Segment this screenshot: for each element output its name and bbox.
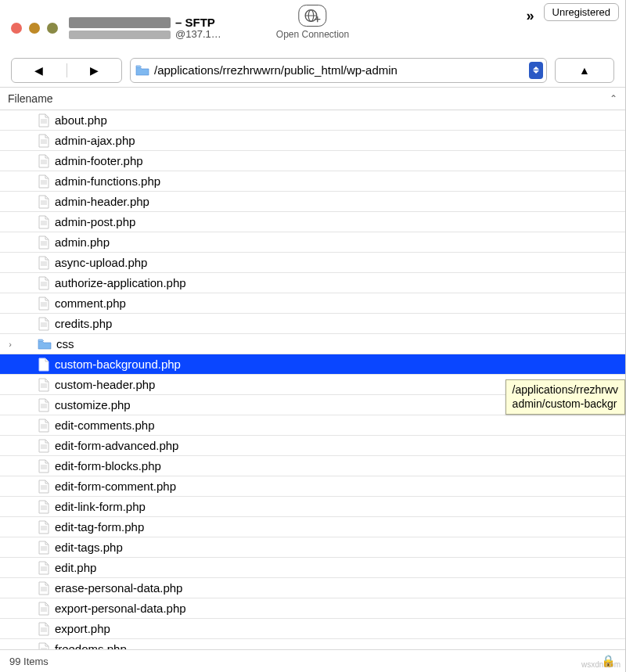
file-name: admin-post.php — [55, 215, 135, 228]
globe-plus-icon — [299, 5, 327, 27]
list-item[interactable]: edit-link-form.php — [0, 497, 625, 517]
sort-indicator-icon: ⌃ — [610, 93, 617, 104]
path-combobox[interactable]: /applications/rrezhrwwrn/public_html/wp-… — [130, 58, 547, 83]
toolbar-overflow-button[interactable]: » — [527, 8, 534, 24]
open-connection-button[interactable]: Open Connection — [276, 5, 349, 40]
window-subtitle: @137.1… — [69, 29, 221, 41]
file-icon — [38, 317, 50, 331]
list-item[interactable]: admin-header.php — [0, 192, 625, 212]
list-item[interactable]: edit-form-comment.php — [0, 476, 625, 497]
disclosure-triangle-icon[interactable]: › — [6, 340, 14, 349]
file-icon — [38, 500, 50, 514]
file-name: custom-background.php — [55, 358, 181, 371]
file-icon — [38, 541, 50, 555]
list-item[interactable]: admin-post.php — [0, 212, 625, 232]
go-up-button[interactable]: ▲ — [555, 58, 614, 83]
list-item[interactable]: ›css — [0, 334, 625, 354]
watermark-text: wsxdn.com — [581, 660, 621, 669]
list-item[interactable]: admin-functions.php — [0, 171, 625, 192]
item-count-label: 99 Items — [9, 656, 49, 667]
file-icon — [38, 276, 50, 290]
file-name: erase-personal-data.php — [55, 581, 182, 595]
file-icon — [38, 480, 50, 494]
file-name: edit-form-advanced.php — [55, 439, 178, 452]
redacted-username — [69, 31, 171, 39]
file-name: customize.php — [55, 398, 131, 411]
file-name: css — [56, 337, 74, 350]
list-item[interactable]: erase-personal-data.php — [0, 578, 625, 598]
file-icon — [38, 419, 50, 433]
window-subtitle-suffix: @137.1… — [175, 29, 221, 41]
file-name: admin-footer.php — [55, 154, 143, 167]
app-window: – SFTP @137.1… Open Connection » Unregis… — [0, 0, 626, 672]
list-item[interactable]: async-upload.php — [0, 253, 625, 273]
file-name: export.php — [55, 622, 110, 635]
list-item[interactable]: edit.php — [0, 558, 625, 578]
file-name: edit-tags.php — [55, 541, 123, 554]
list-item[interactable]: edit-comments.php — [0, 415, 625, 436]
file-name: edit-form-blocks.php — [55, 459, 161, 473]
file-icon — [38, 154, 50, 168]
list-item[interactable]: edit-tag-form.php — [0, 517, 625, 537]
file-icon — [38, 256, 50, 270]
file-name: freedoms.php — [55, 642, 127, 649]
file-icon — [38, 358, 50, 372]
file-icon — [38, 520, 50, 534]
file-name: edit-link-form.php — [55, 500, 146, 513]
tooltip-line1: /applications/rrezhrwv — [513, 383, 618, 397]
minimize-window-button[interactable] — [29, 23, 40, 34]
status-bar: 99 Items 🔒 — [0, 649, 625, 672]
file-icon — [38, 561, 50, 575]
back-button[interactable]: ◀ — [12, 64, 67, 77]
window-title-block: – SFTP @137.1… — [69, 16, 221, 41]
list-item[interactable]: admin.php — [0, 232, 625, 253]
path-text: /applications/rrezhrwwrn/public_html/wp-… — [154, 63, 524, 77]
file-name: admin-header.php — [55, 195, 149, 208]
file-icon — [38, 642, 50, 650]
zoom-window-button[interactable] — [47, 23, 58, 34]
path-tooltip: /applications/rrezhrwv admin/custom-back… — [505, 379, 625, 415]
file-icon — [38, 174, 50, 189]
window-controls — [11, 23, 58, 34]
path-dropdown-stepper[interactable] — [529, 62, 543, 79]
file-icon — [38, 215, 50, 229]
file-name: credits.php — [55, 317, 112, 330]
unregistered-badge[interactable]: Unregistered — [544, 3, 619, 21]
column-header[interactable]: Filename ⌃ — [0, 88, 625, 110]
list-item[interactable]: freedoms.php — [0, 639, 625, 649]
forward-button[interactable]: ▶ — [67, 64, 122, 77]
list-item[interactable]: edit-form-advanced.php — [0, 436, 625, 456]
list-item[interactable]: edit-form-blocks.php — [0, 456, 625, 476]
file-icon — [38, 459, 50, 473]
file-name: export-personal-data.php — [55, 602, 186, 615]
open-connection-label: Open Connection — [276, 29, 349, 40]
list-item[interactable]: admin-footer.php — [0, 151, 625, 171]
file-name: async-upload.php — [55, 256, 147, 269]
file-icon — [38, 113, 50, 128]
list-item[interactable]: custom-background.php — [0, 354, 625, 375]
file-name: admin.php — [55, 235, 110, 249]
list-item[interactable]: about.php — [0, 110, 625, 131]
file-name: authorize-application.php — [55, 276, 186, 289]
file-icon — [38, 622, 50, 636]
list-item[interactable]: export.php — [0, 619, 625, 639]
file-icon — [38, 134, 50, 148]
redacted-hostname — [69, 17, 171, 28]
window-title: – SFTP — [69, 16, 221, 29]
list-item[interactable]: authorize-application.php — [0, 273, 625, 293]
file-icon — [38, 235, 50, 250]
file-name: admin-ajax.php — [55, 134, 135, 147]
list-item[interactable]: admin-ajax.php — [0, 131, 625, 151]
file-icon — [38, 581, 50, 595]
list-item[interactable]: comment.php — [0, 293, 625, 314]
list-item[interactable]: export-personal-data.php — [0, 598, 625, 619]
list-item[interactable]: edit-tags.php — [0, 537, 625, 558]
file-name: admin-functions.php — [55, 174, 160, 188]
history-nav: ◀ ▶ — [11, 58, 122, 83]
list-item[interactable]: credits.php — [0, 314, 625, 334]
close-window-button[interactable] — [11, 23, 22, 34]
file-name: edit-tag-form.php — [55, 520, 144, 534]
file-icon — [38, 378, 50, 392]
file-name: edit-form-comment.php — [55, 480, 176, 493]
file-name: about.php — [55, 113, 107, 127]
